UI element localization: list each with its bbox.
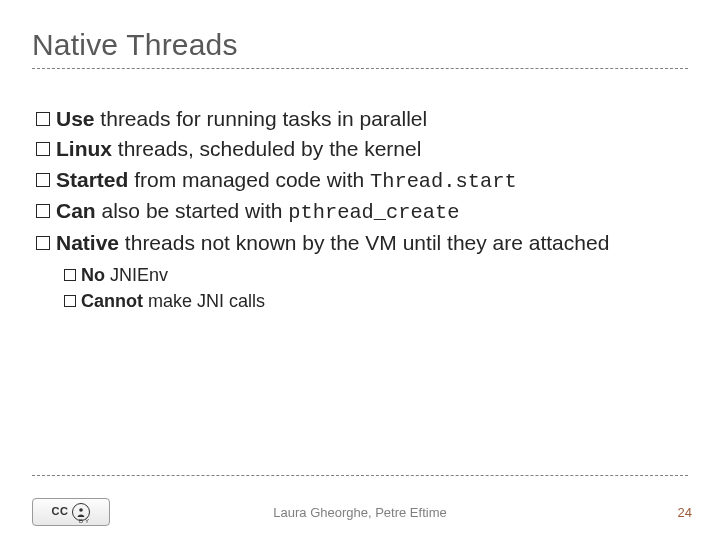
bullet-item: Native threads not known by the VM until… (36, 229, 688, 257)
square-bullet-icon (36, 236, 50, 250)
bullet-item: Can also be started with pthread_create (36, 197, 688, 227)
title-divider (32, 68, 688, 69)
bullet-lead: No (81, 265, 105, 285)
slide-title: Native Threads (32, 28, 688, 62)
page-number: 24 (678, 505, 692, 520)
footer-divider (32, 475, 688, 476)
bullet-text: threads for running tasks in parallel (95, 107, 428, 130)
square-bullet-icon (36, 112, 50, 126)
bullet-item: Started from managed code with Thread.st… (36, 166, 688, 196)
square-bullet-icon (64, 269, 76, 281)
footer-authors: Laura Gheorghe, Petre Eftime (0, 505, 720, 520)
square-bullet-icon (64, 295, 76, 307)
square-bullet-icon (36, 204, 50, 218)
bullet-item: Use threads for running tasks in paralle… (36, 105, 688, 133)
square-bullet-icon (36, 173, 50, 187)
square-bullet-icon (36, 142, 50, 156)
bullet-lead: Cannot (81, 291, 143, 311)
bullet-text: from managed code with (128, 168, 370, 191)
sub-bullet-list: No JNIEnv Cannot make JNI calls (64, 263, 688, 314)
bullet-text: threads, scheduled by the kernel (112, 137, 421, 160)
bullet-lead: Can (56, 199, 96, 222)
sub-bullet-item: No JNIEnv (64, 263, 688, 287)
bullet-lead: Native (56, 231, 119, 254)
slide: Native Threads Use threads for running t… (0, 0, 720, 314)
bullet-lead: Linux (56, 137, 112, 160)
bullet-text: also be started with (96, 199, 289, 222)
bullet-item: Linux threads, scheduled by the kernel (36, 135, 688, 163)
bullet-text: make JNI calls (143, 291, 265, 311)
sub-bullet-item: Cannot make JNI calls (64, 289, 688, 313)
bullet-list: Use threads for running tasks in paralle… (36, 105, 688, 314)
bullet-lead: Use (56, 107, 95, 130)
bullet-lead: Started (56, 168, 128, 191)
bullet-text: threads not known by the VM until they a… (119, 231, 609, 254)
bullet-text: JNIEnv (105, 265, 168, 285)
bullet-code: pthread_create (288, 201, 459, 224)
bullet-code: Thread.start (370, 170, 517, 193)
